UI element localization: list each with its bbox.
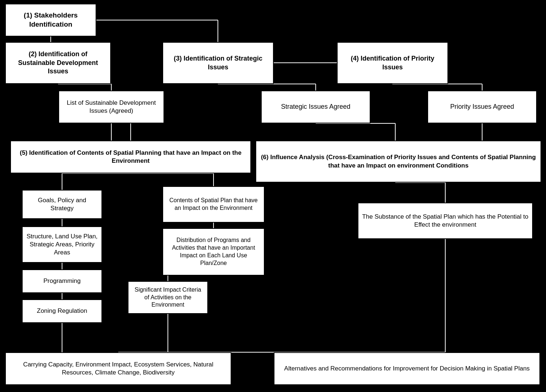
structure-land-box: Structure, Land Use Plan, Strategic Area… (22, 226, 102, 263)
distribution-programs-box: Distribution of Programs and Activities … (162, 228, 265, 276)
priority-box: (4) Identification of Priority Issues (337, 42, 448, 84)
programming-box: Programming (22, 269, 102, 293)
strategic-box: (3) Identification of Strategic Issues (162, 42, 274, 84)
identification-contents-box: (5) Identification of Contents of Spatia… (10, 141, 251, 173)
strategic-agreed-box: Strategic Issues Agreed (261, 91, 370, 123)
diagram: (1) Stakeholders Identification (2) Iden… (0, 0, 546, 392)
contents-spatial-box: Contents of Spatial Plan that have an Im… (162, 186, 265, 223)
sustainable-box: (2) Identification of Sustainable Develo… (5, 42, 111, 84)
significant-impact-box: Significant Impact Criteria of Activitie… (128, 281, 208, 314)
carrying-capacity-box: Carrying Capacity, Environment Impact, E… (5, 352, 231, 385)
goals-policy-box: Goals, Policy and Strategy (22, 190, 102, 219)
alternatives-box: Alternatives and Recommendations for Imp… (274, 352, 540, 385)
influence-analysis-box: (6) Influence Analysis (Cross-Examinatio… (255, 141, 541, 182)
list-sustainable-box: List of Sustainable Development Issues (… (58, 91, 164, 123)
priority-agreed-box: Priority Issues Agreed (427, 91, 537, 123)
substance-spatial-box: The Substance of the Spatial Plan which … (358, 203, 533, 239)
zoning-box: Zoning Regulation (22, 299, 102, 323)
stakeholders-box: (1) Stakeholders Identification (5, 4, 96, 36)
